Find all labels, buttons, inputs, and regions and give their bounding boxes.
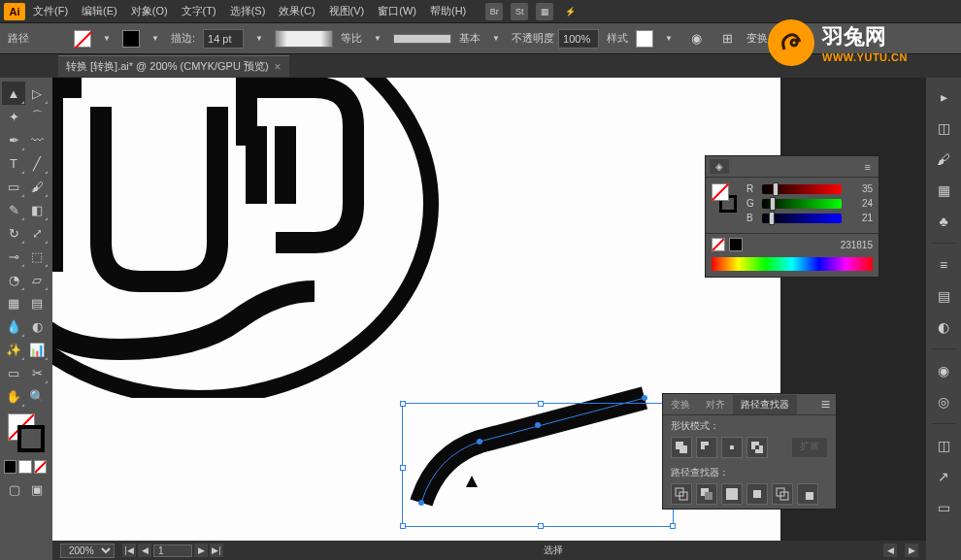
menu-effect[interactable]: 效果(C) [273,2,320,20]
intersect-button[interactable] [721,437,743,458]
color-mode-solid[interactable] [4,460,17,474]
fill-dropdown[interactable]: ▼ [99,31,115,47]
opacity-input[interactable] [558,29,599,49]
brush-definition[interactable] [393,34,451,44]
lasso-tool[interactable]: ⌒ [25,105,49,128]
fill-swatch[interactable] [74,30,91,48]
selected-object[interactable] [363,359,674,534]
gradient-tool[interactable]: ▤ [25,291,49,314]
layers-icon[interactable]: ◫ [934,436,953,455]
black-swatch[interactable] [729,238,743,251]
color-panel-fill[interactable] [712,183,729,201]
menu-help[interactable]: 帮助(H) [424,2,472,20]
g-value[interactable]: 24 [847,198,873,209]
color-spectrum[interactable] [712,257,873,271]
hex-value[interactable]: 231815 [841,240,873,250]
panel-menu-icon[interactable]: ≡ [815,396,836,413]
slice-tool[interactable]: ✂ [25,361,49,384]
last-artboard-button[interactable]: ▶| [210,544,223,557]
none-swatch[interactable] [712,238,725,251]
screen-mode-button[interactable]: ▣ [26,478,47,501]
bridge-button[interactable]: Br [485,3,503,20]
properties-icon[interactable]: ▸ [934,87,953,107]
toolbox-stroke[interactable] [17,425,45,452]
divide-button[interactable] [671,483,692,505]
artboards-icon[interactable]: ▭ [934,498,953,517]
type-tool[interactable]: T [2,151,25,175]
rotate-tool[interactable]: ↻ [2,221,25,245]
unite-button[interactable] [671,437,692,458]
graphic-styles-icon[interactable]: ◎ [934,392,953,412]
shape-builder-tool[interactable]: ◔ [2,268,25,291]
opacity-label[interactable]: 不透明度 [512,31,554,46]
canvas[interactable]: ◈ ≡ R 35 G [52,78,926,560]
minus-front-button[interactable] [696,437,717,458]
trim-button[interactable] [696,483,717,505]
scale-tool[interactable]: ⤢ [25,221,49,245]
menu-type[interactable]: 文字(T) [176,2,222,20]
gpu-button[interactable]: ⚡ [561,3,579,20]
column-graph-tool[interactable]: 📊 [25,338,49,361]
align-tab[interactable]: 对齐 [698,395,733,414]
variable-width-profile[interactable] [275,30,333,48]
scroll-left-button[interactable]: ◀ [883,544,897,557]
symbol-sprayer-tool[interactable]: ✨ [2,338,25,361]
minus-back-button[interactable] [797,483,818,505]
align-button[interactable]: ⊞ [715,27,739,50]
stroke-weight-input[interactable] [203,29,244,49]
shaper-tool[interactable]: ✎ [2,198,25,221]
first-artboard-button[interactable]: |◀ [122,544,136,557]
pen-tool[interactable]: ✒ [2,128,25,151]
free-transform-tool[interactable]: ⬚ [25,245,49,268]
paintbrush-tool[interactable]: 🖌 [25,175,49,198]
zoom-tool[interactable]: 🔍 [25,384,49,408]
fill-stroke-indicator[interactable] [8,413,45,452]
width-tool[interactable]: ⊸ [2,245,25,268]
rectangle-tool[interactable]: ▭ [2,175,25,198]
transform-tab[interactable]: 变换 [663,395,698,414]
r-slider[interactable] [762,184,842,194]
swatches-icon[interactable]: ▦ [934,181,953,200]
magic-wand-tool[interactable]: ✦ [2,105,25,128]
b-value[interactable]: 21 [847,213,873,223]
close-tab-icon[interactable]: × [275,60,282,74]
stroke-icon[interactable]: ≡ [934,255,953,275]
blend-tool[interactable]: ◐ [25,314,49,338]
curvature-tool[interactable]: 〰 [25,128,49,151]
outline-button[interactable] [772,483,793,505]
menu-view[interactable]: 视图(V) [323,2,371,20]
b-slider[interactable] [762,214,842,223]
menu-edit[interactable]: 编辑(E) [76,2,123,20]
eraser-tool[interactable]: ◧ [25,198,49,221]
arrange-docs-button[interactable]: ▦ [536,3,553,20]
menu-select[interactable]: 选择(S) [224,2,272,20]
crop-button[interactable] [746,483,768,505]
scroll-right-button[interactable]: ▶ [905,544,918,557]
pathfinder-tab[interactable]: 路径查找器 [733,395,797,414]
libraries-icon[interactable]: ◫ [934,118,953,138]
appearance-icon[interactable]: ◉ [934,361,953,380]
screen-mode-normal[interactable]: ▢ [4,478,24,501]
graphic-style-swatch[interactable] [636,30,653,48]
artboard-tool[interactable]: ▭ [2,361,25,384]
color-panel-tab[interactable]: ◈ [710,159,729,174]
direct-selection-tool[interactable]: ▷ [25,82,49,105]
mesh-tool[interactable]: ▦ [2,291,25,314]
stock-button[interactable]: St [511,3,528,20]
exclude-button[interactable] [746,437,768,458]
panel-menu-icon[interactable]: ≡ [861,161,875,173]
gradient-icon[interactable]: ▤ [934,286,953,306]
next-artboard-button[interactable]: ▶ [194,544,208,557]
g-slider[interactable] [762,199,842,209]
perspective-tool[interactable]: ▱ [25,268,49,291]
line-tool[interactable]: ╱ [25,151,49,175]
transparency-icon[interactable]: ◐ [934,317,953,337]
menu-window[interactable]: 窗口(W) [372,2,422,20]
stroke-swatch[interactable] [122,30,140,48]
recolor-button[interactable]: ◉ [684,27,708,50]
hand-tool[interactable]: ✋ [2,384,25,408]
selection-tool[interactable]: ▲ [2,82,25,105]
style-dropdown[interactable]: ▼ [661,31,677,47]
eyedropper-tool[interactable]: 💧 [2,314,25,338]
zoom-select[interactable]: 200% [60,544,115,558]
